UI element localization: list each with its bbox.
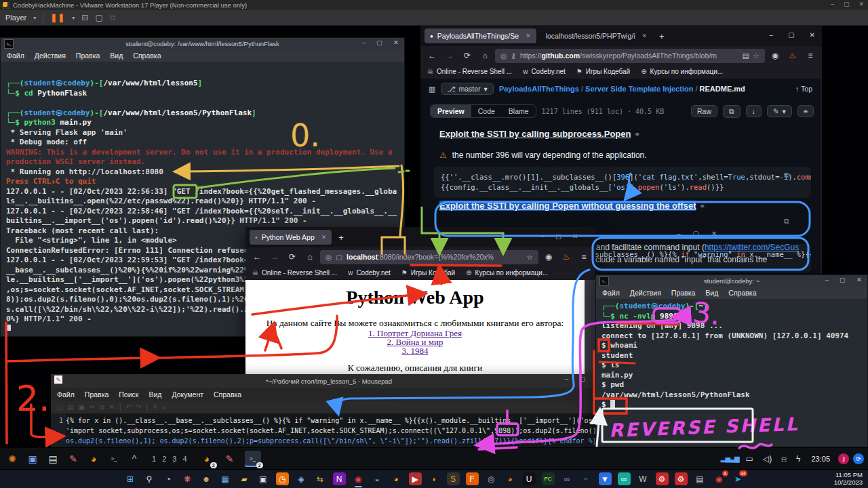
copy-raw-icon[interactable]: ⧉ [723, 105, 741, 118]
tab-preview[interactable]: Preview [431, 105, 471, 117]
calendar-app-icon[interactable]: ▦ [219, 472, 232, 485]
bookmark-item[interactable]: ⊕Курсы по информаци... [641, 68, 723, 75]
bookmark-item[interactable]: ☠Online - Reverse Shell ... [252, 269, 337, 277]
bookmark-item[interactable]: wCodeby.net [523, 68, 566, 75]
edge-icon[interactable]: ◒ [371, 472, 384, 485]
menu-item[interactable]: Правка [85, 390, 108, 399]
heading-link-icon[interactable]: ⚭ [699, 202, 705, 210]
display-tray-icon[interactable]: ▭ [746, 454, 753, 464]
bookmark-item[interactable]: ⚑Игры Кодебай [576, 68, 630, 75]
background-close-button[interactable]: ✕ [711, 230, 717, 237]
fullscreen-icon[interactable]: ▢ [95, 13, 102, 22]
sidebar-toggle-icon[interactable]: ▥ [429, 85, 435, 94]
readme-heading-subprocess-popen[interactable]: Exploit the SSTI by calling subprocess.P… [439, 129, 631, 139]
menu-item[interactable]: Правка [671, 289, 695, 297]
task-terminal[interactable]: >_2 [245, 451, 261, 467]
menu-item[interactable]: Правка [76, 52, 100, 60]
vmware-minimize-button[interactable]: – [831, 1, 834, 7]
fl-studio-icon[interactable]: ◗ [428, 472, 441, 485]
bookmark-item[interactable]: ⊕Курсы по информаци... [466, 269, 548, 277]
launcher-app-blue[interactable]: ▣ [24, 451, 41, 467]
bookmark-star-icon[interactable]: ☆ [753, 52, 760, 60]
tab-code[interactable]: Code [471, 105, 502, 117]
menu-icon[interactable]: ≡ [576, 252, 591, 262]
workspace-switcher[interactable]: 1 2 3 4 [152, 455, 189, 463]
visual-studio-icon[interactable]: ∞ [561, 472, 574, 485]
raw-button[interactable]: Raw [691, 105, 717, 117]
menu-item[interactable]: Вид [705, 289, 718, 297]
panel-expand-caret[interactable]: ^ [126, 451, 142, 467]
menu-item[interactable]: Вид [110, 52, 123, 60]
notes-app-icon[interactable]: ▣ [257, 472, 270, 485]
window-minimize-button[interactable]: – [541, 232, 545, 240]
back-to-top-link[interactable]: ↑ Top [795, 85, 812, 93]
menu-item[interactable]: Справка [728, 289, 756, 297]
media-app-icon[interactable]: ▶ [409, 472, 422, 485]
tab-close-icon[interactable]: ✕ [642, 33, 648, 39]
heading-link-icon[interactable]: ⚭ [634, 130, 640, 138]
send-ctrl-alt-del-icon[interactable]: ⊟ [81, 13, 88, 22]
background-minimize-button[interactable]: – [677, 230, 681, 237]
task-mousepad[interactable]: ✎ [222, 451, 238, 467]
notifications-bell-icon[interactable]: ⍾ [781, 454, 787, 464]
breadcrumb-folder[interactable]: Server Side Template Injection [585, 85, 693, 93]
url-bar[interactable]: ◎ ▢ localhost:8080/index?book={%%20for%2… [320, 250, 538, 264]
window-minimize-button[interactable]: – [362, 39, 366, 46]
book-link[interactable]: 3. 1984 [245, 346, 585, 355]
home-icon[interactable]: ⌂ [302, 252, 317, 262]
extension-icon[interactable]: ♨ [785, 51, 800, 60]
speedtest-icon[interactable]: ◔ [162, 472, 175, 485]
terminal-titlebar[interactable]: >_ student@codeby: /var/www/html/lesson5… [1, 38, 404, 49]
sublime-icon[interactable]: S [447, 472, 460, 485]
volume-icon[interactable]: ◁) [763, 454, 772, 464]
window-close-button[interactable]: ✕ [572, 232, 578, 240]
window-maximize-button[interactable]: ▢ [579, 375, 585, 382]
search-icon[interactable]: ⚲ [143, 472, 156, 485]
telegram-icon[interactable]: ➤34 [732, 472, 745, 485]
terminal-titlebar[interactable]: >_ student@codeby: ~ – ▢ ✕ [596, 275, 867, 287]
menu-item[interactable]: Действия [630, 289, 661, 297]
copy-code-icon[interactable]: ⧉ [784, 217, 815, 226]
clock-app-icon[interactable]: ◷ [276, 472, 289, 485]
bookmark-item[interactable]: ☠Online - Reverse Shell ... [427, 68, 512, 75]
chrome-icon[interactable]: ◉ [352, 472, 365, 485]
branch-button[interactable]: ⎇ master ▾ [441, 83, 493, 95]
tab-close-icon[interactable]: ✕ [526, 33, 531, 39]
keepass-lock-icon[interactable]: ⚷ [838, 453, 849, 464]
gear-red-icon-2[interactable]: ⚙ [675, 472, 688, 485]
tab-payloadsallthethings[interactable]: ● PayloadsAllTheThings/Se ✕ [425, 28, 536, 43]
launcher-firefox[interactable]: ◕ [85, 451, 102, 467]
file-explorer-icon[interactable]: ▰ [238, 472, 251, 485]
window-close-button[interactable]: ✕ [856, 276, 862, 283]
window-maximize-button[interactable]: ▢ [840, 276, 846, 283]
window-maximize-button[interactable]: ▢ [555, 232, 561, 240]
copy-code-icon[interactable]: ⧉ [784, 171, 815, 180]
window-maximize-button[interactable]: ▢ [376, 39, 382, 46]
sync-circle-icon[interactable]: ⟳ [853, 453, 864, 464]
vscode-icon[interactable]: ‹› [580, 472, 593, 485]
pause-vm-button[interactable]: ❚❚ [50, 13, 65, 22]
pocket-icon[interactable]: ◉ [541, 252, 556, 262]
menu-item[interactable]: Документ [172, 390, 203, 399]
tab-localhost-phptwig[interactable]: localhost/lesson5/PHPTwig/i ✕ [540, 28, 652, 43]
player-menu[interactable]: Player [5, 14, 26, 22]
blender-icon[interactable]: ◕ [504, 472, 517, 485]
window-maximize-button[interactable]: ▢ [788, 31, 794, 39]
menu-item[interactable]: Файл [57, 390, 75, 399]
virtualbox-icon[interactable]: ◈ [295, 472, 308, 485]
reload-icon[interactable]: ⟳ [285, 252, 300, 262]
edit-icon[interactable]: ✎▾ [767, 105, 792, 117]
mousepad-editor[interactable]: {% for x in ().__class__.__base__.__subc… [66, 413, 607, 451]
pycharm-icon[interactable]: PC [542, 472, 555, 485]
arrows-app-icon[interactable]: ⇆ [314, 472, 327, 485]
back-icon[interactable]: ← [250, 252, 264, 262]
bookmark-item[interactable]: ⚑Игры Кодебай [401, 269, 455, 277]
outline-icon[interactable]: ≡ [797, 105, 814, 117]
url-bar[interactable]: ◎ ⚷ https://github.com/swisskyrepo/Paylo… [495, 49, 765, 63]
gear-red-icon[interactable]: ⚙ [656, 472, 669, 485]
readme-heading-popen-offset[interactable]: Exploit the SSTI by calling Popen withou… [439, 201, 696, 211]
onenote-icon[interactable]: N [333, 472, 346, 485]
shield-icon[interactable]: ◎ [500, 52, 507, 60]
pocket-icon[interactable]: ◉ [768, 51, 783, 60]
vmware-close-button[interactable]: ✕ [859, 1, 864, 7]
